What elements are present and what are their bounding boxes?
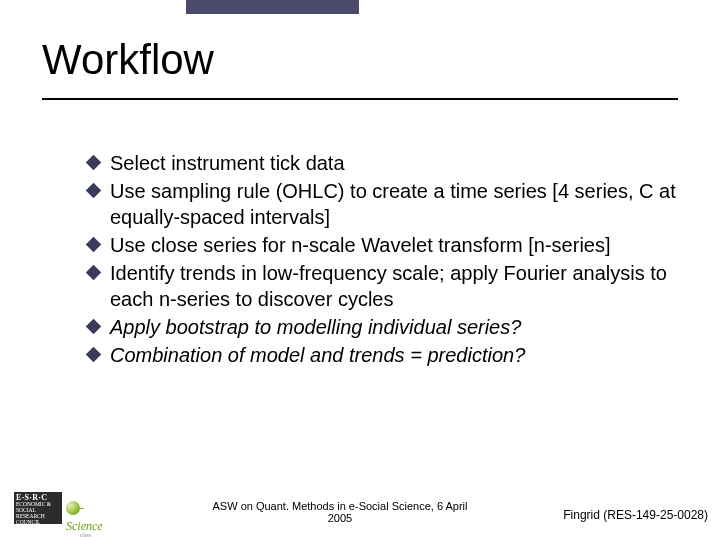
bullet-text: Use sampling rule (OHLC) to create a tim… bbox=[110, 180, 676, 228]
content-region: Select instrument tick data Use sampling… bbox=[88, 150, 684, 370]
bullet-text: Combination of model and trends = predic… bbox=[110, 344, 525, 366]
list-item: Use close series for n-scale Wavelet tra… bbox=[88, 232, 684, 258]
list-item: Apply bootstrap to modelling individual … bbox=[88, 314, 684, 340]
esrc-logo: E·S·R·C ECONOMIC & SOCIAL RESEARCH COUNC… bbox=[14, 492, 62, 524]
footer: E·S·R·C ECONOMIC & SOCIAL RESEARCH COUNC… bbox=[0, 486, 720, 530]
bullet-text: Apply bootstrap to modelling individual … bbox=[110, 316, 521, 338]
accent-bar bbox=[186, 0, 359, 14]
bullet-text: Identify trends in low-frequency scale; … bbox=[110, 262, 667, 310]
globe-icon bbox=[66, 501, 80, 515]
footer-center-text: ASW on Quant. Methods in e-Social Scienc… bbox=[210, 500, 470, 524]
list-item: Use sampling rule (OHLC) to create a tim… bbox=[88, 178, 684, 230]
list-item: Combination of model and trends = predic… bbox=[88, 342, 684, 368]
esrc-logo-fullname: ECONOMIC & SOCIAL RESEARCH COUNCIL bbox=[16, 502, 60, 525]
list-item: Identify trends in low-frequency scale; … bbox=[88, 260, 684, 312]
escience-logo: -Science cles bbox=[66, 498, 116, 522]
bullet-text: Select instrument tick data bbox=[110, 152, 345, 174]
footer-right-text: Fingrid (RES-149-25-0028) bbox=[563, 508, 708, 522]
list-item: Select instrument tick data bbox=[88, 150, 684, 176]
bullet-text: Use close series for n-scale Wavelet tra… bbox=[110, 234, 611, 256]
slide-title: Workflow bbox=[42, 36, 214, 84]
title-underline bbox=[42, 98, 678, 100]
bullet-list: Select instrument tick data Use sampling… bbox=[88, 150, 684, 368]
